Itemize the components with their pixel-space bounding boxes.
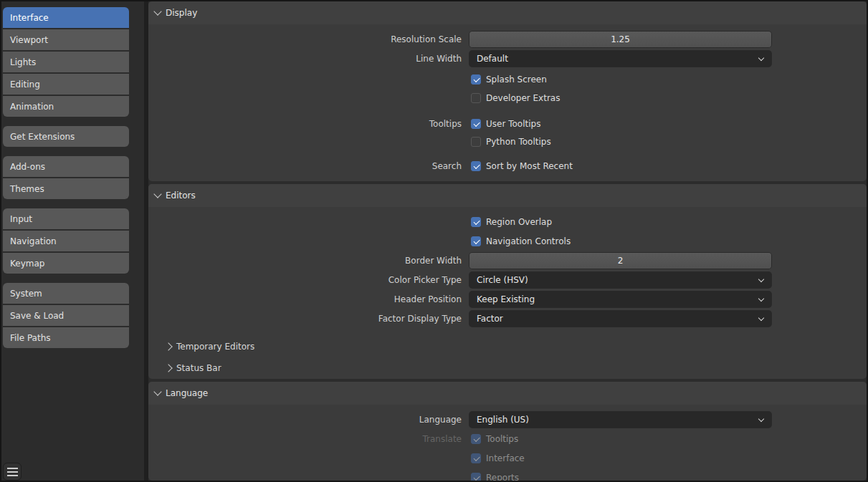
user-tooltips-checkbox[interactable]: [471, 119, 481, 129]
resolution-scale-field[interactable]: 1.25: [469, 32, 771, 47]
sidebar-item-label: Themes: [10, 184, 44, 194]
resolution-scale-label: Resolution Scale: [148, 34, 462, 44]
line-width-label: Line Width: [148, 54, 462, 64]
translate-interface-label: Interface: [486, 453, 525, 463]
region-overlap-label[interactable]: Region Overlap: [486, 217, 552, 227]
factor-display-type-dropdown[interactable]: Factor: [469, 311, 771, 327]
python-tooltips-label[interactable]: Python Tooltips: [486, 137, 551, 147]
splash-screen-checkbox[interactable]: [471, 74, 481, 85]
header-position-dropdown[interactable]: Keep Existing: [469, 291, 771, 307]
chevron-right-icon: [166, 365, 173, 372]
sidebar-item-label: Input: [10, 214, 32, 224]
sidebar-item-label: Animation: [10, 102, 54, 112]
chevron-down-icon: [758, 316, 764, 322]
panel-editors: Editors Region Overlap Navigation Contro…: [148, 184, 867, 379]
sidebar-item-viewport[interactable]: Viewport: [3, 29, 129, 50]
translate-reports-label: Reports: [486, 473, 519, 481]
sidebar-item-animation[interactable]: Animation: [3, 96, 129, 117]
subsection-header-temporary-editors[interactable]: Temporary Editors: [148, 340, 867, 353]
tooltips-group-label: Tooltips: [148, 119, 462, 129]
menu-icon: [7, 468, 18, 469]
chevron-down-icon: [154, 192, 161, 199]
translate-tooltips-checkbox: [471, 434, 481, 444]
sidebar-nav: Interface Viewport Lights Editing Animat…: [1, 1, 144, 348]
search-group-label: Search: [148, 161, 462, 171]
python-tooltips-checkbox[interactable]: [471, 137, 481, 147]
factor-display-type-value: Factor: [477, 314, 503, 324]
sidebar: Interface Viewport Lights Editing Animat…: [1, 1, 144, 481]
subsection-title: Status Bar: [176, 363, 221, 373]
sidebar-item-label: Interface: [10, 13, 49, 23]
border-width-label: Border Width: [148, 256, 462, 266]
chevron-down-icon: [758, 297, 764, 302]
section-header-display[interactable]: Display: [148, 1, 867, 24]
header-position-value: Keep Existing: [477, 294, 535, 304]
navigation-controls-label[interactable]: Navigation Controls: [486, 236, 571, 246]
sidebar-item-lights[interactable]: Lights: [3, 52, 129, 72]
sidebar-item-save-load[interactable]: Save & Load: [3, 305, 129, 326]
section-header-editors[interactable]: Editors: [148, 184, 867, 207]
section-title: Language: [166, 388, 208, 398]
chevron-right-icon: [166, 343, 173, 350]
sidebar-item-label: Save & Load: [10, 311, 64, 321]
color-picker-type-dropdown[interactable]: Circle (HSV): [469, 272, 771, 288]
chevron-down-icon: [758, 56, 764, 62]
splash-screen-label[interactable]: Splash Screen: [486, 74, 547, 85]
sidebar-item-file-paths[interactable]: File Paths: [3, 327, 129, 348]
translate-group-label: Translate: [148, 434, 462, 444]
sort-by-most-recent-label[interactable]: Sort by Most Recent: [486, 161, 573, 171]
user-tooltips-label[interactable]: User Tooltips: [486, 119, 540, 129]
line-width-value: Default: [477, 54, 508, 64]
sidebar-item-label: Add-ons: [10, 162, 45, 172]
sidebar-item-interface[interactable]: Interface: [3, 7, 129, 28]
developer-extras-label[interactable]: Developer Extras: [486, 93, 560, 103]
language-dropdown[interactable]: English (US): [469, 412, 771, 428]
preferences-menu-button[interactable]: [3, 463, 22, 481]
sidebar-group-addons-themes: Add-ons Themes: [3, 156, 129, 199]
navigation-controls-checkbox[interactable]: [471, 236, 481, 246]
sidebar-item-label: Editing: [10, 79, 40, 90]
sidebar-group-extensions: Get Extensions: [3, 126, 129, 147]
region-overlap-checkbox[interactable]: [471, 217, 481, 227]
chevron-down-icon: [758, 417, 764, 423]
translate-tooltips-label: Tooltips: [486, 434, 518, 444]
sidebar-item-get-extensions[interactable]: Get Extensions: [3, 126, 129, 147]
sidebar-group-interface: Interface Viewport Lights Editing Animat…: [3, 7, 129, 117]
border-width-value: 2: [618, 256, 624, 266]
sidebar-item-themes[interactable]: Themes: [3, 178, 129, 199]
sidebar-item-input[interactable]: Input: [3, 208, 129, 229]
sidebar-item-label: Viewport: [10, 35, 48, 45]
sidebar-item-label: System: [10, 289, 42, 299]
section-header-language[interactable]: Language: [148, 382, 867, 405]
sidebar-item-editing[interactable]: Editing: [3, 74, 129, 95]
sidebar-item-label: File Paths: [10, 333, 51, 343]
language-label: Language: [148, 415, 462, 425]
language-value: English (US): [477, 415, 529, 425]
chevron-down-icon: [758, 277, 764, 283]
developer-extras-checkbox[interactable]: [471, 93, 481, 103]
preferences-window: Interface Viewport Lights Editing Animat…: [1, 1, 867, 481]
sidebar-item-label: Navigation: [10, 236, 57, 246]
sidebar-item-addons[interactable]: Add-ons: [3, 156, 129, 177]
panel-language: Language Language English (US) Translate…: [148, 382, 867, 481]
color-picker-type-value: Circle (HSV): [477, 275, 528, 285]
line-width-dropdown[interactable]: Default: [469, 51, 771, 67]
panel-display: Display Resolution Scale 1.25 Line Width…: [148, 1, 867, 181]
sidebar-group-system: System Save & Load File Paths: [3, 283, 129, 348]
factor-display-type-label: Factor Display Type: [148, 314, 462, 324]
header-position-label: Header Position: [148, 294, 462, 304]
sidebar-item-label: Lights: [10, 57, 36, 67]
sidebar-item-label: Keymap: [10, 259, 44, 269]
translate-interface-checkbox: [471, 453, 481, 463]
sort-by-most-recent-checkbox[interactable]: [471, 161, 481, 171]
chevron-down-icon: [154, 390, 161, 397]
border-width-field[interactable]: 2: [469, 253, 771, 269]
sidebar-item-navigation[interactable]: Navigation: [3, 231, 129, 251]
section-title: Display: [166, 8, 197, 18]
chevron-down-icon: [154, 9, 161, 16]
sidebar-item-keymap[interactable]: Keymap: [3, 253, 129, 274]
section-title: Editors: [166, 191, 196, 201]
translate-reports-checkbox: [471, 473, 481, 481]
subsection-header-status-bar[interactable]: Status Bar: [148, 362, 867, 375]
sidebar-item-system[interactable]: System: [3, 283, 129, 304]
